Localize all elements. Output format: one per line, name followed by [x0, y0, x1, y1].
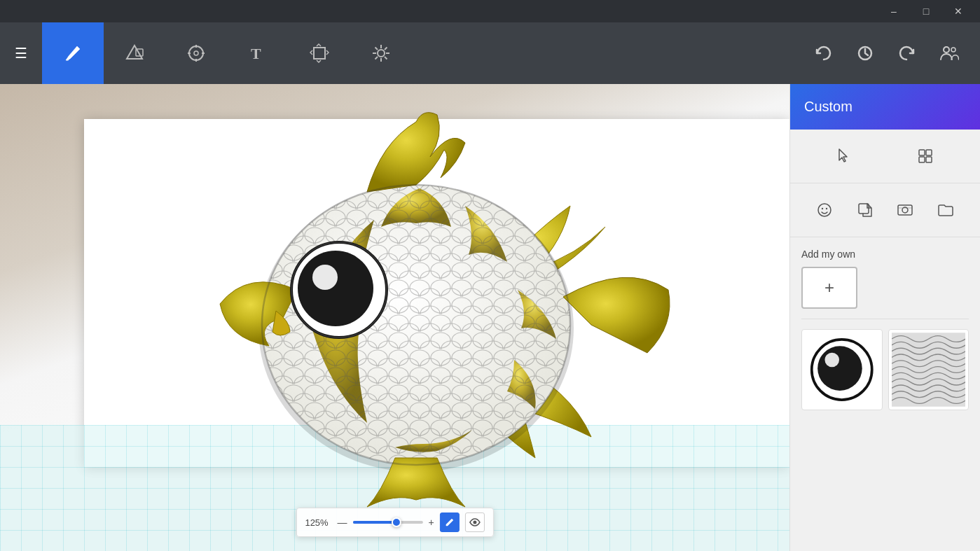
- svg-rect-36: [926, 150, 932, 155]
- undo-icon: [814, 44, 832, 62]
- tool-effects-button[interactable]: [350, 22, 412, 84]
- svg-point-40: [822, 208, 823, 209]
- redo-icon: [898, 44, 916, 62]
- svg-point-39: [818, 204, 831, 216]
- transform-icon: [310, 43, 329, 63]
- svg-rect-35: [919, 150, 925, 155]
- users-button[interactable]: [930, 34, 969, 73]
- canvas-area[interactable]: 125% — +: [0, 84, 789, 551]
- svg-line-18: [375, 57, 378, 60]
- zoom-minus-button[interactable]: —: [337, 517, 347, 528]
- svg-point-10: [378, 50, 385, 57]
- zoom-plus-button[interactable]: +: [428, 517, 434, 528]
- zoom-view-mode-button[interactable]: [465, 512, 485, 532]
- tool-text-button[interactable]: T: [227, 22, 289, 84]
- folder-icon: [937, 202, 954, 218]
- minimize-button[interactable]: –: [878, 0, 910, 22]
- fish-container: [56, 126, 775, 481]
- eye-icon: [469, 518, 481, 526]
- maximize-button[interactable]: □: [910, 0, 942, 22]
- close-button[interactable]: ✕: [942, 0, 974, 22]
- svg-point-41: [826, 208, 827, 209]
- pencil-icon: [445, 517, 455, 527]
- sticker-item-scales[interactable]: [888, 329, 969, 410]
- scales-sticker-svg: [892, 329, 966, 410]
- panel-emoji-button[interactable]: [809, 195, 840, 225]
- toolbar-tools: T: [42, 22, 803, 84]
- zoom-slider-thumb[interactable]: [391, 517, 401, 527]
- add-icon: +: [824, 278, 834, 298]
- select-icon: [186, 43, 206, 63]
- title-bar: – □ ✕: [0, 0, 980, 22]
- svg-rect-43: [898, 205, 912, 215]
- panel-photo-button[interactable]: [890, 195, 920, 225]
- users-icon: [939, 44, 959, 62]
- svg-point-21: [951, 48, 955, 52]
- text-icon: T: [248, 43, 268, 63]
- shapes-icon: [125, 43, 144, 63]
- tool-transform-button[interactable]: [289, 22, 350, 84]
- panel-sticker-edit-button[interactable]: [850, 195, 881, 225]
- tool-brush-button[interactable]: [42, 22, 104, 84]
- toolbar-actions: [803, 34, 969, 73]
- panel-title: Custom: [804, 99, 853, 115]
- sticker-grid: [801, 329, 969, 410]
- history-button[interactable]: [846, 34, 885, 73]
- zoom-slider-fill: [352, 521, 396, 524]
- toolbar: ☰ T: [0, 22, 980, 84]
- main-area: 125% — + Custom: [0, 84, 980, 551]
- svg-text:T: T: [251, 45, 261, 62]
- hamburger-icon[interactable]: ☰: [15, 45, 27, 62]
- svg-point-3: [194, 51, 198, 55]
- panel-stamp-button[interactable]: [910, 141, 941, 172]
- photo-icon: [897, 202, 913, 218]
- svg-point-30: [298, 251, 373, 326]
- svg-line-16: [385, 57, 387, 60]
- svg-line-17: [385, 48, 387, 50]
- effects-icon: [371, 43, 391, 63]
- right-panel: Custom: [789, 84, 980, 551]
- sticker-edit-icon: [857, 202, 874, 218]
- zoom-edit-mode-button[interactable]: [440, 512, 460, 532]
- panel-cursor-button[interactable]: [829, 141, 860, 172]
- sticker-item-eye[interactable]: [801, 329, 883, 410]
- panel-header: Custom: [790, 84, 980, 130]
- svg-point-34: [473, 521, 476, 524]
- panel-tools-row: [790, 130, 980, 183]
- stamp-icon: [917, 148, 934, 165]
- eye-sticker-svg: [809, 335, 875, 405]
- svg-point-31: [312, 265, 338, 290]
- emoji-icon: [816, 202, 833, 218]
- svg-marker-0: [127, 46, 142, 59]
- tool-shapes-button[interactable]: [104, 22, 165, 84]
- tool-select-button[interactable]: [165, 22, 227, 84]
- cursor-icon: [836, 148, 853, 165]
- panel-folder-button[interactable]: [930, 195, 961, 225]
- zoom-percent-label: 125%: [305, 517, 331, 528]
- svg-point-46: [817, 346, 862, 391]
- svg-rect-37: [919, 157, 925, 162]
- add-my-own-button[interactable]: +: [801, 267, 857, 309]
- svg-point-47: [824, 352, 839, 367]
- svg-rect-9: [314, 48, 325, 59]
- brush-icon: [63, 43, 83, 63]
- panel-icons-row: [790, 183, 980, 237]
- svg-point-20: [944, 47, 949, 53]
- history-icon: [856, 44, 874, 62]
- redo-button[interactable]: [888, 34, 927, 73]
- zoom-slider-track[interactable]: [352, 521, 422, 524]
- canvas-viewport: [0, 84, 789, 551]
- fish-svg: [115, 87, 717, 521]
- svg-line-15: [375, 48, 378, 50]
- zoom-bar: 125% — +: [296, 508, 493, 537]
- undo-button[interactable]: [803, 34, 843, 73]
- svg-rect-38: [926, 157, 932, 162]
- panel-content: Add my own +: [790, 237, 980, 551]
- add-my-own-label: Add my own: [801, 249, 969, 260]
- svg-point-2: [189, 46, 203, 60]
- divider: [801, 319, 969, 319]
